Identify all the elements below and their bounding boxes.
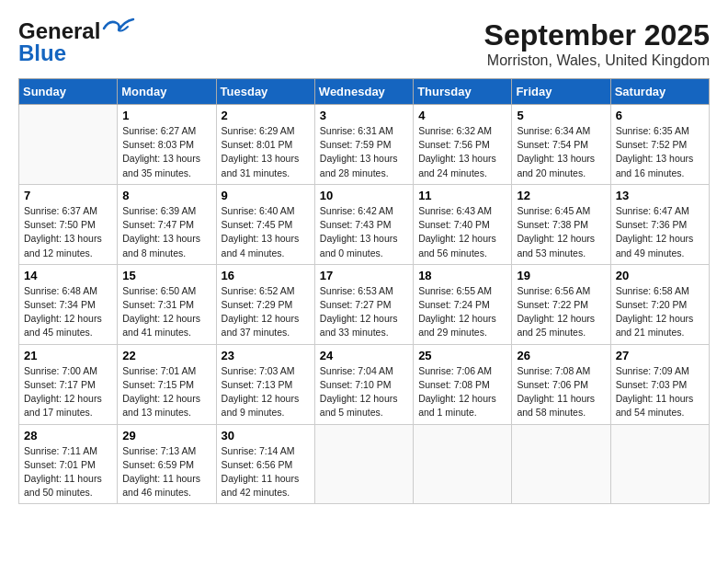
day-info: Sunrise: 6:45 AMSunset: 7:38 PMDaylight:… bbox=[517, 204, 605, 260]
day-number: 5 bbox=[517, 109, 605, 122]
day-number: 6 bbox=[616, 109, 704, 122]
day-info: Sunrise: 7:08 AMSunset: 7:06 PMDaylight:… bbox=[517, 364, 605, 420]
calendar-cell: 9Sunrise: 6:40 AMSunset: 7:45 PMDaylight… bbox=[216, 184, 314, 264]
calendar-cell: 21Sunrise: 7:00 AMSunset: 7:17 PMDayligh… bbox=[19, 344, 118, 424]
day-number: 9 bbox=[222, 189, 310, 202]
day-info: Sunrise: 6:40 AMSunset: 7:45 PMDaylight:… bbox=[222, 204, 310, 260]
calendar-cell: 26Sunrise: 7:08 AMSunset: 7:06 PMDayligh… bbox=[512, 344, 610, 424]
day-number: 17 bbox=[320, 269, 408, 282]
calendar-cell: 27Sunrise: 7:09 AMSunset: 7:03 PMDayligh… bbox=[610, 344, 709, 424]
calendar-cell: 17Sunrise: 6:53 AMSunset: 7:27 PMDayligh… bbox=[314, 264, 413, 344]
logo-blue: Blue bbox=[18, 40, 66, 66]
week-row-1: 1Sunrise: 6:27 AMSunset: 8:03 PMDaylight… bbox=[19, 105, 710, 185]
calendar-cell: 11Sunrise: 6:43 AMSunset: 7:40 PMDayligh… bbox=[414, 184, 512, 264]
day-number: 1 bbox=[122, 109, 210, 122]
day-number: 7 bbox=[24, 189, 112, 202]
weekday-friday: Friday bbox=[512, 79, 610, 105]
calendar-cell bbox=[314, 424, 413, 504]
day-info: Sunrise: 6:35 AMSunset: 7:52 PMDaylight:… bbox=[616, 124, 704, 180]
day-info: Sunrise: 7:09 AMSunset: 7:03 PMDaylight:… bbox=[616, 364, 704, 420]
logo: General Blue bbox=[18, 18, 135, 66]
page-header: General Blue September 2025 Morriston, W… bbox=[18, 18, 710, 69]
day-info: Sunrise: 7:14 AMSunset: 6:56 PMDaylight:… bbox=[222, 444, 310, 500]
calendar-cell bbox=[512, 424, 610, 504]
day-info: Sunrise: 6:56 AMSunset: 7:22 PMDaylight:… bbox=[517, 284, 605, 340]
calendar-cell: 10Sunrise: 6:42 AMSunset: 7:43 PMDayligh… bbox=[314, 184, 413, 264]
logo-bird-icon bbox=[102, 17, 135, 40]
calendar-cell: 3Sunrise: 6:31 AMSunset: 7:59 PMDaylight… bbox=[314, 105, 413, 185]
day-info: Sunrise: 7:06 AMSunset: 7:08 PMDaylight:… bbox=[418, 364, 506, 420]
calendar-cell: 8Sunrise: 6:39 AMSunset: 7:47 PMDaylight… bbox=[118, 184, 216, 264]
calendar-cell: 7Sunrise: 6:37 AMSunset: 7:50 PMDaylight… bbox=[19, 184, 118, 264]
week-row-3: 14Sunrise: 6:48 AMSunset: 7:34 PMDayligh… bbox=[19, 264, 710, 344]
day-number: 16 bbox=[222, 269, 310, 282]
day-info: Sunrise: 7:11 AMSunset: 7:01 PMDaylight:… bbox=[24, 444, 112, 500]
calendar-body: 1Sunrise: 6:27 AMSunset: 8:03 PMDaylight… bbox=[19, 105, 710, 504]
day-info: Sunrise: 6:43 AMSunset: 7:40 PMDaylight:… bbox=[418, 204, 506, 260]
day-info: Sunrise: 6:58 AMSunset: 7:20 PMDaylight:… bbox=[616, 284, 704, 340]
day-info: Sunrise: 6:52 AMSunset: 7:29 PMDaylight:… bbox=[222, 284, 310, 340]
calendar-cell: 15Sunrise: 6:50 AMSunset: 7:31 PMDayligh… bbox=[118, 264, 216, 344]
day-number: 8 bbox=[122, 189, 210, 202]
day-info: Sunrise: 6:29 AMSunset: 8:01 PMDaylight:… bbox=[222, 124, 310, 180]
title-section: September 2025 Morriston, Wales, United … bbox=[484, 18, 710, 69]
week-row-5: 28Sunrise: 7:11 AMSunset: 7:01 PMDayligh… bbox=[19, 424, 710, 504]
day-number: 26 bbox=[517, 349, 605, 362]
day-info: Sunrise: 6:27 AMSunset: 8:03 PMDaylight:… bbox=[122, 124, 210, 180]
day-number: 23 bbox=[222, 349, 310, 362]
day-number: 20 bbox=[616, 269, 704, 282]
day-info: Sunrise: 6:53 AMSunset: 7:27 PMDaylight:… bbox=[320, 284, 408, 340]
month-title: September 2025 bbox=[484, 18, 710, 52]
calendar-cell: 30Sunrise: 7:14 AMSunset: 6:56 PMDayligh… bbox=[216, 424, 314, 504]
location: Morriston, Wales, United Kingdom bbox=[484, 52, 710, 69]
day-number: 3 bbox=[320, 109, 408, 122]
day-number: 27 bbox=[616, 349, 704, 362]
calendar-cell: 14Sunrise: 6:48 AMSunset: 7:34 PMDayligh… bbox=[19, 264, 118, 344]
calendar-cell: 5Sunrise: 6:34 AMSunset: 7:54 PMDaylight… bbox=[512, 105, 610, 185]
calendar-cell: 12Sunrise: 6:45 AMSunset: 7:38 PMDayligh… bbox=[512, 184, 610, 264]
calendar-table: SundayMondayTuesdayWednesdayThursdayFrid… bbox=[18, 78, 710, 504]
day-info: Sunrise: 6:55 AMSunset: 7:24 PMDaylight:… bbox=[418, 284, 506, 340]
calendar-cell: 2Sunrise: 6:29 AMSunset: 8:01 PMDaylight… bbox=[216, 105, 314, 185]
day-info: Sunrise: 6:48 AMSunset: 7:34 PMDaylight:… bbox=[24, 284, 112, 340]
day-info: Sunrise: 6:31 AMSunset: 7:59 PMDaylight:… bbox=[320, 124, 408, 180]
day-number: 15 bbox=[122, 269, 210, 282]
weekday-thursday: Thursday bbox=[414, 79, 512, 105]
week-row-2: 7Sunrise: 6:37 AMSunset: 7:50 PMDaylight… bbox=[19, 184, 710, 264]
calendar-cell: 22Sunrise: 7:01 AMSunset: 7:15 PMDayligh… bbox=[118, 344, 216, 424]
calendar-cell: 4Sunrise: 6:32 AMSunset: 7:56 PMDaylight… bbox=[414, 105, 512, 185]
day-info: Sunrise: 6:37 AMSunset: 7:50 PMDaylight:… bbox=[24, 204, 112, 260]
day-info: Sunrise: 7:04 AMSunset: 7:10 PMDaylight:… bbox=[320, 364, 408, 420]
calendar-cell: 24Sunrise: 7:04 AMSunset: 7:10 PMDayligh… bbox=[314, 344, 413, 424]
day-number: 18 bbox=[418, 269, 506, 282]
calendar-cell: 23Sunrise: 7:03 AMSunset: 7:13 PMDayligh… bbox=[216, 344, 314, 424]
day-number: 4 bbox=[418, 109, 506, 122]
day-info: Sunrise: 7:13 AMSunset: 6:59 PMDaylight:… bbox=[122, 444, 210, 500]
calendar-cell bbox=[19, 105, 118, 185]
calendar-cell: 18Sunrise: 6:55 AMSunset: 7:24 PMDayligh… bbox=[414, 264, 512, 344]
day-number: 21 bbox=[24, 349, 112, 362]
weekday-saturday: Saturday bbox=[610, 79, 709, 105]
calendar-cell: 19Sunrise: 6:56 AMSunset: 7:22 PMDayligh… bbox=[512, 264, 610, 344]
calendar-cell: 6Sunrise: 6:35 AMSunset: 7:52 PMDaylight… bbox=[610, 105, 709, 185]
weekday-monday: Monday bbox=[118, 79, 216, 105]
weekday-header-row: SundayMondayTuesdayWednesdayThursdayFrid… bbox=[19, 79, 710, 105]
day-info: Sunrise: 6:34 AMSunset: 7:54 PMDaylight:… bbox=[517, 124, 605, 180]
calendar-cell: 28Sunrise: 7:11 AMSunset: 7:01 PMDayligh… bbox=[19, 424, 118, 504]
weekday-wednesday: Wednesday bbox=[314, 79, 413, 105]
day-info: Sunrise: 7:03 AMSunset: 7:13 PMDaylight:… bbox=[222, 364, 310, 420]
day-number: 24 bbox=[320, 349, 408, 362]
day-number: 22 bbox=[122, 349, 210, 362]
calendar-cell: 25Sunrise: 7:06 AMSunset: 7:08 PMDayligh… bbox=[414, 344, 512, 424]
calendar-cell: 16Sunrise: 6:52 AMSunset: 7:29 PMDayligh… bbox=[216, 264, 314, 344]
week-row-4: 21Sunrise: 7:00 AMSunset: 7:17 PMDayligh… bbox=[19, 344, 710, 424]
day-info: Sunrise: 6:47 AMSunset: 7:36 PMDaylight:… bbox=[616, 204, 704, 260]
day-number: 11 bbox=[418, 189, 506, 202]
day-number: 19 bbox=[517, 269, 605, 282]
weekday-sunday: Sunday bbox=[19, 79, 118, 105]
day-info: Sunrise: 7:00 AMSunset: 7:17 PMDaylight:… bbox=[24, 364, 112, 420]
day-info: Sunrise: 6:39 AMSunset: 7:47 PMDaylight:… bbox=[122, 204, 210, 260]
calendar-cell: 29Sunrise: 7:13 AMSunset: 6:59 PMDayligh… bbox=[118, 424, 216, 504]
day-info: Sunrise: 7:01 AMSunset: 7:15 PMDaylight:… bbox=[122, 364, 210, 420]
day-number: 13 bbox=[616, 189, 704, 202]
